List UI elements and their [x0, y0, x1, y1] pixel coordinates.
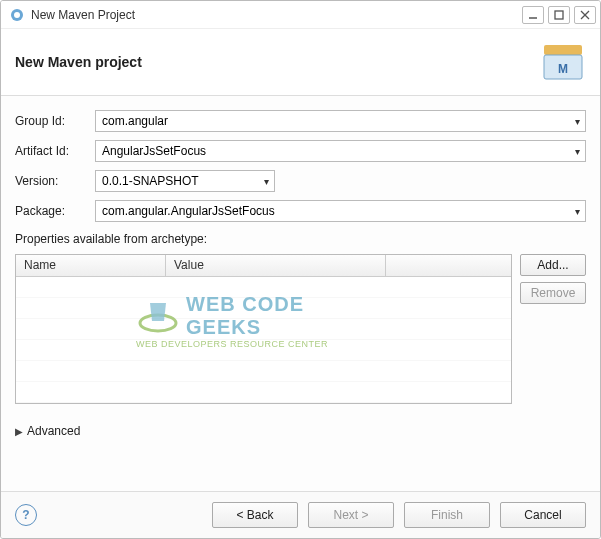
- advanced-toggle[interactable]: ▶ Advanced: [15, 424, 586, 438]
- window-controls: [522, 6, 596, 24]
- svg-rect-3: [555, 11, 563, 19]
- table-body[interactable]: [16, 277, 511, 403]
- advanced-label: Advanced: [27, 424, 80, 438]
- maximize-button[interactable]: [548, 6, 570, 24]
- group-id-field[interactable]: ▾: [95, 110, 586, 132]
- package-input[interactable]: [96, 201, 569, 221]
- help-button[interactable]: ?: [15, 504, 37, 526]
- add-button[interactable]: Add...: [520, 254, 586, 276]
- svg-rect-6: [544, 45, 582, 55]
- dropdown-caret-icon[interactable]: ▾: [258, 176, 274, 187]
- chevron-right-icon: ▶: [15, 426, 23, 437]
- form-area: Group Id: ▾ Artifact Id: ▾ Version: ▾ Pa…: [1, 96, 600, 491]
- svg-point-1: [14, 12, 20, 18]
- titlebar: New Maven Project: [1, 1, 600, 29]
- group-id-input[interactable]: [96, 111, 569, 131]
- version-input[interactable]: [96, 171, 258, 191]
- window-title: New Maven Project: [31, 8, 522, 22]
- dropdown-caret-icon[interactable]: ▾: [569, 206, 585, 217]
- dropdown-caret-icon[interactable]: ▾: [569, 116, 585, 127]
- remove-button[interactable]: Remove: [520, 282, 586, 304]
- maven-icon: M: [540, 41, 586, 83]
- properties-buttons: Add... Remove: [520, 254, 586, 404]
- dialog-header: New Maven project M: [1, 29, 600, 96]
- dropdown-caret-icon[interactable]: ▾: [569, 146, 585, 157]
- group-id-label: Group Id:: [15, 114, 89, 128]
- next-button[interactable]: Next >: [308, 502, 394, 528]
- version-field[interactable]: ▾: [95, 170, 275, 192]
- properties-table[interactable]: Name Value WEB CODE GEEKS WEB DEVELOPERS…: [15, 254, 512, 404]
- group-id-row: Group Id: ▾: [15, 110, 586, 132]
- dialog-title: New Maven project: [15, 54, 540, 70]
- app-icon: [9, 7, 25, 23]
- version-row: Version: ▾: [15, 170, 586, 192]
- artifact-id-label: Artifact Id:: [15, 144, 89, 158]
- close-button[interactable]: [574, 6, 596, 24]
- svg-text:M: M: [558, 62, 568, 76]
- back-button[interactable]: < Back: [212, 502, 298, 528]
- column-name[interactable]: Name: [16, 255, 166, 276]
- package-label: Package:: [15, 204, 89, 218]
- cancel-button[interactable]: Cancel: [500, 502, 586, 528]
- artifact-id-row: Artifact Id: ▾: [15, 140, 586, 162]
- package-row: Package: ▾: [15, 200, 586, 222]
- artifact-id-input[interactable]: [96, 141, 569, 161]
- artifact-id-field[interactable]: ▾: [95, 140, 586, 162]
- table-header: Name Value: [16, 255, 511, 277]
- properties-area: Name Value WEB CODE GEEKS WEB DEVELOPERS…: [15, 254, 586, 404]
- version-label: Version:: [15, 174, 89, 188]
- package-field[interactable]: ▾: [95, 200, 586, 222]
- properties-heading: Properties available from archetype:: [15, 232, 586, 246]
- finish-button[interactable]: Finish: [404, 502, 490, 528]
- minimize-button[interactable]: [522, 6, 544, 24]
- column-blank: [386, 255, 511, 276]
- button-bar: ? < Back Next > Finish Cancel: [1, 491, 600, 538]
- column-value[interactable]: Value: [166, 255, 386, 276]
